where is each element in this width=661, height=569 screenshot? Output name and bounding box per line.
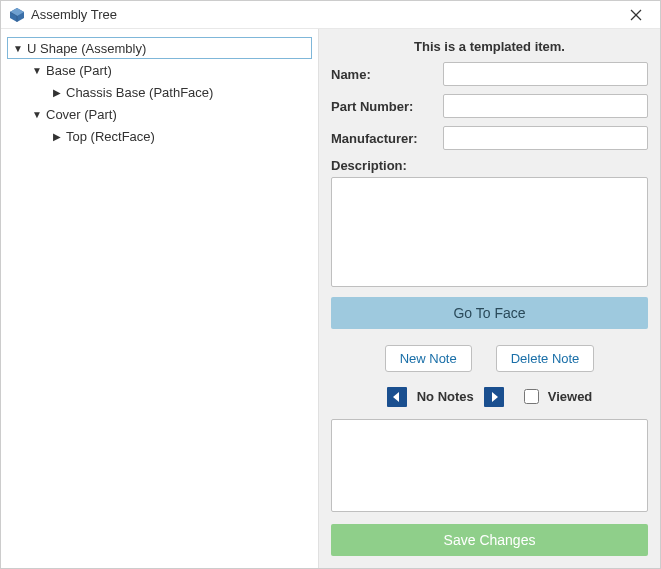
goto-face-button[interactable]: Go To Face xyxy=(331,297,648,329)
titlebar: Assembly Tree xyxy=(1,1,660,29)
manufacturer-input[interactable] xyxy=(443,126,648,150)
window-title: Assembly Tree xyxy=(31,7,616,22)
chevron-left-icon xyxy=(392,392,402,402)
name-input[interactable] xyxy=(443,62,648,86)
manufacturer-label: Manufacturer: xyxy=(331,131,443,146)
name-row: Name: xyxy=(331,62,648,86)
chevron-down-icon[interactable]: ▼ xyxy=(31,109,43,120)
tree-item[interactable]: ▼Base (Part) xyxy=(7,59,312,81)
goto-face-row: Go To Face xyxy=(331,297,648,329)
tree-item[interactable]: ▼Cover (Part) xyxy=(7,103,312,125)
assembly-tree: ▼U Shape (Assembly)▼Base (Part)▶Chassis … xyxy=(1,29,319,568)
viewed-label: Viewed xyxy=(548,389,593,404)
tree-item-label: Cover (Part) xyxy=(46,107,117,122)
svg-marker-5 xyxy=(492,392,498,402)
tree-item-label: Chassis Base (PathFace) xyxy=(66,85,213,100)
close-button[interactable] xyxy=(616,2,656,28)
chevron-right-icon[interactable]: ▶ xyxy=(51,87,63,98)
name-label: Name: xyxy=(331,67,443,82)
app-icon xyxy=(9,7,25,23)
tree-item[interactable]: ▼U Shape (Assembly) xyxy=(7,37,312,59)
notes-input[interactable] xyxy=(331,419,648,512)
tree-item-label: U Shape (Assembly) xyxy=(27,41,146,56)
svg-marker-4 xyxy=(393,392,399,402)
templated-message: This is a templated item. xyxy=(331,39,648,62)
notes-status: No Notes xyxy=(417,389,474,404)
prev-note-button[interactable] xyxy=(387,387,407,407)
tree-item-label: Top (RectFace) xyxy=(66,129,155,144)
partno-input[interactable] xyxy=(443,94,648,118)
manufacturer-row: Manufacturer: xyxy=(331,126,648,150)
tree-item[interactable]: ▶Top (RectFace) xyxy=(7,125,312,147)
new-note-button[interactable]: New Note xyxy=(385,345,472,372)
details-pane: This is a templated item. Name: Part Num… xyxy=(319,29,660,568)
content: ▼U Shape (Assembly)▼Base (Part)▶Chassis … xyxy=(1,29,660,568)
partno-label: Part Number: xyxy=(331,99,443,114)
chevron-right-icon[interactable]: ▶ xyxy=(51,131,63,142)
viewed-checkbox[interactable] xyxy=(524,389,539,404)
chevron-right-icon xyxy=(489,392,499,402)
save-changes-button[interactable]: Save Changes xyxy=(331,524,648,556)
description-label: Description: xyxy=(331,158,648,173)
close-icon xyxy=(630,9,642,21)
description-input[interactable] xyxy=(331,177,648,287)
tree-item-label: Base (Part) xyxy=(46,63,112,78)
note-nav: No Notes Viewed xyxy=(331,386,648,407)
viewed-field[interactable]: Viewed xyxy=(520,386,593,407)
chevron-down-icon[interactable]: ▼ xyxy=(12,43,24,54)
partno-row: Part Number: xyxy=(331,94,648,118)
next-note-button[interactable] xyxy=(484,387,504,407)
delete-note-button[interactable]: Delete Note xyxy=(496,345,595,372)
note-buttons: New Note Delete Note xyxy=(331,345,648,372)
tree-item[interactable]: ▶Chassis Base (PathFace) xyxy=(7,81,312,103)
chevron-down-icon[interactable]: ▼ xyxy=(31,65,43,76)
